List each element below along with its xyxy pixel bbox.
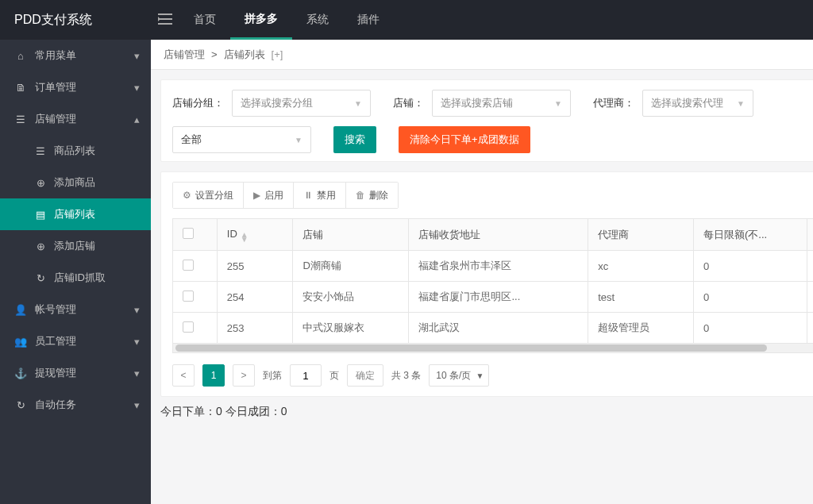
list-icon: ☰	[14, 113, 27, 125]
filter-status-value: 全部	[181, 133, 202, 147]
col-agent: 代理商	[588, 219, 694, 251]
goto-page-input[interactable]	[290, 364, 322, 387]
search-button[interactable]: 搜索	[333, 126, 376, 153]
sidebar-item-product-list[interactable]: ☰ 商品列表	[0, 135, 151, 167]
cell-limit: 0	[693, 282, 807, 313]
topnav-home[interactable]: 首页	[179, 0, 230, 40]
cell-id: 253	[217, 313, 293, 344]
sidebar-item-account[interactable]: 👤 帐号管理	[0, 294, 151, 325]
sidebar-item-label: 店铺列表	[54, 207, 140, 221]
sidebar-item-shops[interactable]: ☰ 店铺管理	[0, 103, 151, 135]
pagination: < 1 > 到第 页 确定 共 3 条 10 条/页 ▼	[172, 364, 813, 387]
topnav-pdd[interactable]: 拼多多	[230, 0, 292, 40]
cell-limit: 0	[693, 251, 807, 282]
goto-label-pre: 到第	[263, 369, 282, 383]
disable-button[interactable]: ⏸禁用	[294, 183, 346, 208]
filter-agent-label: 代理商：	[593, 96, 634, 110]
cell-today-order: 0	[807, 251, 813, 282]
chevron-down-icon	[134, 367, 140, 379]
menu-collapse-icon	[158, 13, 172, 27]
sidebar-item-staff[interactable]: 👥 员工管理	[0, 325, 151, 357]
cell-id: 254	[217, 282, 293, 313]
sidebar-item-label: 店铺ID抓取	[54, 271, 140, 285]
topnav-system[interactable]: 系统	[292, 0, 343, 40]
sidebar-item-label: 提现管理	[35, 366, 126, 380]
topnav-plugin[interactable]: 插件	[343, 0, 394, 40]
filter-agent-select[interactable]: 选择或搜索代理 ▼	[642, 90, 753, 117]
filter-status-select[interactable]: 全部 ▼	[172, 126, 311, 153]
breadcrumb-add-tab[interactable]: [+]	[272, 48, 283, 60]
col-id[interactable]: ID▲▼	[217, 219, 293, 251]
cell-today-order: 0	[807, 313, 813, 344]
sidebar-item-label: 自动任务	[35, 398, 126, 412]
chevron-down-icon: ▼	[554, 99, 562, 108]
delete-button[interactable]: 🗑删除	[346, 183, 398, 208]
filter-shop-placeholder: 选择或搜索店铺	[441, 96, 513, 110]
topbar: PDD支付系统 首页 拼多多 系统 插件	[0, 0, 813, 40]
breadcrumb: 店铺管理 > 店铺列表 [+]	[151, 40, 813, 70]
chevron-down-icon	[134, 399, 140, 411]
shop-table: ID▲▼ 店铺 店铺收货地址 代理商 每日限额(不... 今日下单▲▼ 今日成团…	[172, 218, 813, 344]
row-checkbox[interactable]	[183, 321, 194, 333]
table-horizontal-scrollbar[interactable]	[172, 344, 813, 353]
cell-id: 255	[217, 251, 293, 282]
col-today-order[interactable]: 今日下单▲▼	[807, 219, 813, 251]
sidebar-item-shop-id-fetch[interactable]: ↻ 店铺ID抓取	[0, 262, 151, 294]
pause-icon: ⏸	[303, 190, 313, 201]
chevron-down-icon	[134, 304, 140, 316]
main: 店铺管理 > 店铺列表 [+] 店铺分组： 选择或搜索分组 ▼ 店铺：	[151, 40, 813, 504]
select-all-checkbox[interactable]	[183, 228, 194, 239]
cell-addr: 湖北武汉	[409, 313, 588, 344]
sidebar-item-label: 商品列表	[54, 144, 140, 158]
col-limit: 每日限额(不...	[693, 219, 807, 251]
next-page-button[interactable]: >	[233, 364, 255, 387]
sidebar-toggle[interactable]	[151, 0, 179, 40]
prev-page-button[interactable]: <	[172, 364, 195, 387]
chevron-down-icon: ▼	[476, 371, 484, 380]
clear-today-button[interactable]: 清除今日下单+成团数据	[399, 126, 530, 153]
list-icon: ☰	[35, 145, 46, 157]
filter-shop-select[interactable]: 选择或搜索店铺 ▼	[432, 90, 571, 117]
plus-circle-icon: ⊕	[35, 240, 46, 252]
chevron-down-icon: ▼	[737, 99, 745, 108]
cell-shop: 中式汉服嫁衣	[293, 313, 409, 344]
pagesize-select[interactable]: 10 条/页 ▼	[429, 364, 489, 387]
set-group-button[interactable]: ⚙设置分组	[173, 183, 244, 208]
anchor-icon: ⚓	[14, 367, 27, 379]
brand-title: PDD支付系统	[14, 12, 92, 29]
sidebar-item-withdraw[interactable]: ⚓ 提现管理	[0, 357, 151, 389]
table-panel: ⚙设置分组 ▶启用 ⏸禁用 🗑删除 ID▲▼ 店铺 店铺收货地址 代理商 每日限…	[160, 171, 813, 397]
row-checkbox[interactable]	[183, 290, 194, 302]
filter-group-select[interactable]: 选择或搜索分组 ▼	[232, 90, 371, 117]
summary-group-value: 0	[281, 405, 287, 417]
sidebar-item-orders[interactable]: 🗎 订单管理	[0, 71, 151, 103]
sidebar-item-shop-list[interactable]: ▤ 店铺列表	[0, 198, 151, 230]
page-1-button[interactable]: 1	[202, 364, 225, 387]
table-row: 253 中式汉服嫁衣 湖北武汉 超级管理员 0 0 0	[173, 313, 814, 344]
cell-today-order: 0	[807, 282, 813, 313]
brand: PDD支付系统	[0, 0, 151, 40]
sidebar-item-label: 店铺管理	[35, 112, 126, 126]
home-icon: ⌂	[14, 50, 27, 62]
chevron-up-icon	[134, 113, 140, 125]
scrollbar-thumb[interactable]	[175, 344, 767, 352]
cell-addr: 福建省厦门市思明区...	[409, 282, 588, 313]
cell-agent: xc	[588, 251, 694, 282]
col-addr: 店铺收货地址	[409, 219, 588, 251]
table-row: 254 安安小饰品 福建省厦门市思明区... test 0 0 0	[173, 282, 814, 313]
sidebar-item-common[interactable]: ⌂ 常用菜单	[0, 40, 151, 71]
sidebar-item-autotask[interactable]: ↻ 自动任务	[0, 389, 151, 421]
goto-confirm-button[interactable]: 确定	[347, 364, 383, 387]
plus-circle-icon: ⊕	[35, 177, 46, 189]
content-scroll[interactable]: 店铺分组： 选择或搜索分组 ▼ 店铺： 选择或搜索店铺 ▼	[151, 70, 813, 504]
summary-order-value: 0	[216, 405, 222, 417]
sidebar-item-label: 添加店铺	[54, 239, 140, 253]
sidebar-item-add-product[interactable]: ⊕ 添加商品	[0, 167, 151, 198]
cell-shop: D潮商铺	[293, 251, 409, 282]
filter-shop-label: 店铺：	[393, 96, 424, 110]
row-checkbox[interactable]	[183, 260, 194, 271]
sidebar-item-add-shop[interactable]: ⊕ 添加店铺	[0, 230, 151, 262]
enable-button[interactable]: ▶启用	[244, 183, 294, 208]
breadcrumb-root[interactable]: 店铺管理	[164, 48, 205, 62]
sidebar-item-label: 员工管理	[35, 334, 126, 348]
